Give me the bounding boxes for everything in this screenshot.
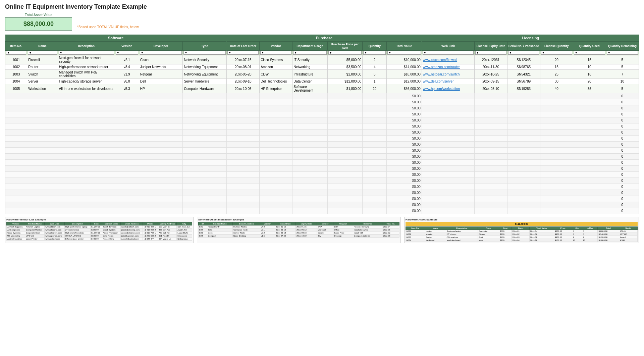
empty-row: $0.000	[5, 142, 639, 148]
cell-qty-remaining: 5	[606, 64, 639, 70]
empty-row: $0.000	[5, 105, 639, 111]
cell-license-qty: 15	[540, 64, 573, 70]
empty-row: $0.000	[5, 154, 639, 160]
cell-license-expiry: 20xx-08-10	[474, 84, 507, 93]
cell-developer: Dell	[139, 79, 183, 84]
cell-empty-remaining: 0	[606, 142, 639, 148]
cell-vendor: Dell Technologies	[260, 79, 292, 84]
cell-price: $2,000.00	[327, 70, 363, 79]
filter-price[interactable]: ▼	[327, 51, 363, 55]
total-asset-value: $88,000.00	[5, 17, 72, 31]
filter-type[interactable]: ▼	[183, 51, 227, 55]
filter-license-qty[interactable]: ▼	[540, 51, 573, 55]
cell-empty-total: $0.00	[387, 166, 422, 172]
cell-developer: Netgear	[139, 70, 183, 79]
cell-name: Firewall	[27, 55, 58, 64]
cell-dept-usage: IT Security	[292, 55, 328, 64]
cell-type: Server Hardware	[183, 79, 227, 84]
cell-empty-total: $0.00	[387, 208, 422, 214]
section-licensing-header: Licensing	[422, 35, 639, 42]
cell-item-no: 1002	[5, 64, 27, 70]
cell-empty-remaining: 0	[606, 154, 639, 160]
list-item: H002Monitor27" displayDisplay$30020xx-02…	[406, 233, 637, 236]
filter-web-link[interactable]: ▼	[422, 51, 474, 55]
table-body: 1001 Firewall Next-gen firewall for netw…	[5, 55, 639, 214]
list-item: Active IndustriesLaser Printerwww.actind…	[7, 238, 192, 241]
cell-description: All-in-one workstation for developers	[58, 84, 115, 93]
cell-web-link: www.cisco.com/firewall	[422, 55, 474, 64]
cell-license-qty: 30	[540, 79, 573, 84]
empty-row: $0.000	[5, 184, 639, 190]
table-row: 1003 Switch Managed switch with PoE capa…	[5, 70, 639, 79]
cell-developer: HP	[139, 84, 183, 93]
empty-row: $0.000	[5, 172, 639, 178]
col-quantity: Quantity	[363, 42, 387, 51]
filter-description[interactable]: ▼	[58, 51, 115, 55]
filter-dept-usage[interactable]: ▼	[292, 51, 328, 55]
cell-qty-remaining: 10	[606, 79, 639, 84]
cell-serial: SN56789	[507, 79, 540, 84]
filter-qty-used[interactable]: ▼	[573, 51, 606, 55]
filter-item-no[interactable]: ▼	[5, 51, 27, 55]
cell-price: $12,000.00	[327, 79, 363, 84]
cell-serial: SN12345	[507, 55, 540, 64]
cell-empty-remaining: 0	[606, 111, 639, 117]
list-item: S01Product ERPMultiple Nodesv4.020xx-01-…	[198, 225, 399, 228]
cell-quantity: 2	[363, 55, 387, 64]
software-install-thumbnail: Software Asset Installation Example ID P…	[197, 217, 401, 243]
cell-name: Router	[27, 64, 58, 70]
empty-row: $0.000	[5, 136, 639, 142]
cell-version: v2.1	[115, 55, 139, 64]
cell-empty-total: $0.00	[387, 93, 422, 99]
table-row: 1004 Server High-capacity storage server…	[5, 79, 639, 84]
col-date-order: Date of Last Order	[227, 42, 260, 51]
cell-dept-usage: Data Center	[292, 79, 328, 84]
filter-row[interactable]: ▼ ▼ ▼ ▼ ▼ ▼ ▼ ▼ ▼ ▼ ▼ ▼ ▼ ▼ ▼ ▼ ▼ ▼	[5, 51, 639, 55]
cell-serial: SN98765	[507, 64, 540, 70]
cell-empty-remaining: 0	[606, 172, 639, 178]
col-web-link: Web Link	[422, 42, 474, 51]
cell-license-qty: 20	[540, 55, 573, 64]
cell-qty-used: 20	[573, 79, 606, 84]
list-item: S04CompactNode-Desktopv1.520xx-07-3020xx…	[198, 235, 399, 238]
filter-serial[interactable]: ▼	[507, 51, 540, 55]
cell-qty-used: 18	[573, 70, 606, 79]
cell-empty-total: $0.00	[387, 105, 422, 111]
cell-type: Networking Equipment	[183, 70, 227, 79]
list-item: All ComputersComputer Monitorwww.allcomp…	[7, 228, 192, 232]
col-total-value: Total Value	[387, 42, 422, 51]
cell-empty-total: $0.00	[387, 178, 422, 184]
col-qty-used: Quantity Used	[573, 42, 606, 51]
list-item: Clear SystemsCorporate Deskwww.clearsys.…	[7, 232, 192, 235]
filter-version[interactable]: ▼	[115, 51, 139, 55]
cell-date-order: 20xx-08-01	[227, 64, 260, 70]
cell-dept-usage: Infrastructure	[292, 70, 328, 79]
col-description: Description	[58, 42, 115, 51]
total-asset-label: Total Asset Value	[5, 13, 72, 17]
cell-version: v3.4	[115, 64, 139, 70]
filter-vendor[interactable]: ▼	[260, 51, 292, 55]
col-license-qty: License Quantity	[540, 42, 573, 51]
empty-row: $0.000	[5, 148, 639, 154]
cell-empty-total: $0.00	[387, 148, 422, 154]
empty-row: $0.000	[5, 178, 639, 184]
filter-total-value[interactable]: ▼	[387, 51, 422, 55]
col-serial: Serial No. / Passcode	[507, 42, 540, 51]
filter-developer[interactable]: ▼	[139, 51, 183, 55]
filter-qty-remaining[interactable]: ▼	[606, 51, 639, 55]
filter-name[interactable]: ▼	[27, 51, 58, 55]
empty-row: $0.000	[5, 111, 639, 117]
hardware-vendor-table: Vendor Product Name Web Link Description…	[6, 222, 192, 241]
cell-empty-total: $0.00	[387, 154, 422, 160]
empty-row: $0.000	[5, 117, 639, 123]
cell-price: $5,000.00	[327, 55, 363, 64]
filter-date-order[interactable]: ▼	[227, 51, 260, 55]
filter-quantity[interactable]: ▼	[363, 51, 387, 55]
cell-date-order: 20xx-09-10	[227, 79, 260, 84]
filter-license-expiry[interactable]: ▼	[474, 51, 507, 55]
cell-web-link: www.hp.com/workstation	[422, 84, 474, 93]
cell-empty-total: $0.00	[387, 117, 422, 123]
cell-empty-remaining: 0	[606, 148, 639, 154]
cell-description: Next-gen firewall for network security	[58, 55, 115, 64]
cell-empty-total: $0.00	[387, 99, 422, 105]
